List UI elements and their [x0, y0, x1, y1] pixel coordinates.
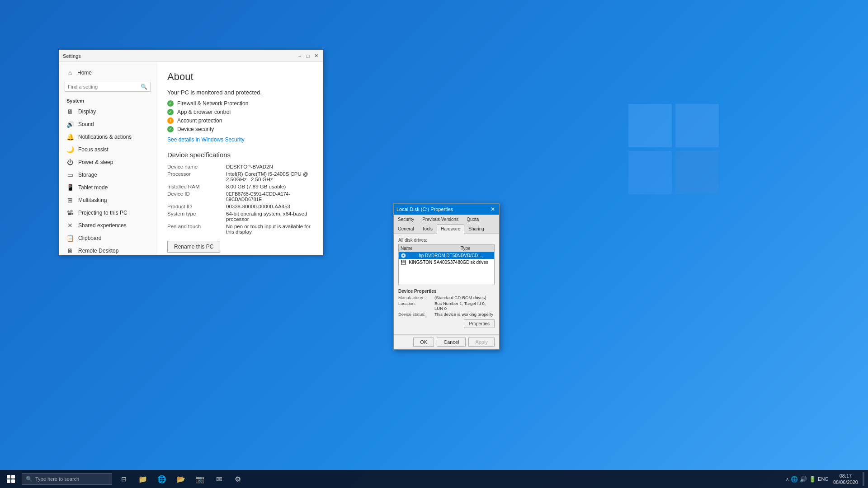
list-item[interactable]: 💿 hp DVDROM DT50N DVD/CD-...	[399, 252, 494, 259]
sidebar-tablet-label: Tablet mode	[78, 184, 108, 191]
spec-label: Device ID	[167, 190, 226, 203]
sidebar-display-label: Display	[78, 108, 96, 115]
sidebar-home-label: Home	[77, 70, 92, 76]
disk-type: DVD/CD-...	[461, 253, 492, 258]
protection-item-app-browser: App & browser control	[167, 109, 312, 115]
close-button[interactable]: ✕	[313, 53, 319, 59]
clock-date: 08/06/2020	[833, 479, 858, 485]
sidebar-item-multitasking[interactable]: ⊞ Multitasking	[59, 194, 156, 206]
tab-quota[interactable]: Quota	[462, 215, 483, 224]
tab-security[interactable]: Security	[394, 215, 418, 224]
sidebar-item-power-sleep[interactable]: ⏻ Power & sleep	[59, 156, 156, 169]
sound-icon: 🔊	[66, 121, 74, 128]
spec-label: Processor	[167, 170, 226, 183]
sidebar-item-sound[interactable]: 🔊 Sound	[59, 118, 156, 131]
minimize-button[interactable]: −	[297, 53, 303, 59]
ok-button[interactable]: OK	[413, 338, 434, 347]
cancel-button[interactable]: Cancel	[437, 338, 466, 347]
device-prop-manufacturer: Manufacturer: (Standard CD-ROM drives)	[398, 295, 495, 300]
taskbar-app-camera[interactable]: 📷	[191, 470, 209, 488]
prop-value: This device is working properly	[434, 312, 493, 317]
sidebar-item-tablet-mode[interactable]: 📱 Tablet mode	[59, 181, 156, 194]
sidebar-remote-label: Remote Desktop	[78, 248, 118, 254]
focus-assist-icon: 🌙	[66, 146, 74, 153]
taskbar-app-explorer2[interactable]: 📂	[172, 470, 190, 488]
maximize-button[interactable]: □	[305, 53, 311, 59]
sidebar-item-storage[interactable]: ▭ Storage	[59, 169, 156, 181]
firewall-label: Firewall & Network Protection	[177, 100, 248, 107]
taskbar-search-box[interactable]: 🔍 Type here to search	[22, 473, 112, 485]
account-label: Account protection	[177, 117, 222, 124]
app-browser-status-icon	[167, 109, 174, 115]
multitasking-icon: ⊞	[66, 197, 74, 204]
properties-button[interactable]: Properties	[464, 319, 495, 328]
tab-general[interactable]: General	[394, 224, 418, 234]
dialog-close-button[interactable]: ✕	[489, 206, 496, 213]
projecting-icon: 📽	[66, 209, 74, 216]
disk-list-container: Name Type 💿 hp DVDROM DT50N DVD/CD-... 💾…	[398, 244, 495, 285]
device-properties-label: Device Properties	[398, 289, 495, 294]
apply-button[interactable]: Apply	[468, 338, 495, 347]
protection-item-account: Account protection	[167, 117, 312, 124]
tablet-icon: 📱	[66, 184, 74, 191]
taskbar-app-edge[interactable]: 🌐	[153, 470, 171, 488]
protection-item-device-security: Device security	[167, 126, 312, 132]
tab-sharing[interactable]: Sharing	[464, 224, 488, 234]
settings-search-input[interactable]	[68, 84, 141, 89]
taskbar-app-mail[interactable]: ✉	[210, 470, 228, 488]
see-details-link[interactable]: See details in Windows Security	[167, 136, 245, 143]
taskbar-app-settings[interactable]: ⚙	[229, 470, 247, 488]
tab-tools[interactable]: Tools	[418, 224, 437, 234]
sidebar-item-focus-assist[interactable]: 🌙 Focus assist	[59, 143, 156, 156]
spec-value: 00338-80000-00000-AA453	[226, 203, 312, 210]
taskbar-right: ∧ 🌐 🔊 🔋 ENG 08:17 08/06/2020	[786, 472, 868, 486]
search-icon: 🔍	[141, 84, 147, 90]
taskbar-app-explorer[interactable]: 📁	[134, 470, 152, 488]
spec-label: Installed RAM	[167, 183, 226, 190]
spec-value: 0EFB8768-C591-4CDD-A174-89CDADD6781E	[226, 190, 312, 203]
sidebar-item-display[interactable]: 🖥 Display	[59, 105, 156, 118]
settings-search-box[interactable]: 🔍	[65, 82, 151, 92]
spec-label: Device name	[167, 163, 226, 170]
start-button[interactable]	[0, 470, 22, 488]
spec-value: 8.00 GB (7.89 GB usable)	[226, 183, 312, 190]
list-item[interactable]: 💾 KINGSTON SA400S37480G Disk drives	[399, 259, 494, 266]
windows-logo-decoration	[628, 104, 728, 203]
power-icon: ⏻	[66, 159, 74, 166]
sidebar-item-remote-desktop[interactable]: 🖥 Remote Desktop	[59, 244, 156, 255]
rename-pc-button[interactable]: Rename this PC	[167, 241, 220, 253]
sidebar-section-system: System	[59, 94, 156, 105]
notifications-icon: 🔔	[66, 133, 74, 141]
disk-list-header: Name Type	[399, 245, 494, 252]
taskbar-app-task-view[interactable]: ⊟	[115, 470, 133, 488]
settings-titlebar: Settings − □ ✕	[59, 50, 323, 62]
device-properties-section: Device Properties Manufacturer: (Standar…	[398, 289, 495, 317]
sidebar-item-shared-experiences[interactable]: ✕ Shared experiences	[59, 219, 156, 232]
sidebar-item-clipboard[interactable]: 📋 Clipboard	[59, 232, 156, 244]
storage-icon: ▭	[66, 171, 74, 178]
sidebar-item-notifications[interactable]: 🔔 Notifications & actions	[59, 131, 156, 143]
spec-label: System type	[167, 210, 226, 223]
dvd-icon: 💿	[401, 253, 417, 258]
spec-value: DESKTOP-BVAD2N	[226, 163, 312, 170]
settings-title: Settings	[63, 53, 81, 59]
home-icon: ⌂	[66, 69, 74, 76]
sidebar-item-home[interactable]: ⌂ Home	[59, 66, 156, 79]
device-security-label: Device security	[177, 126, 214, 132]
taskbar-up-arrow[interactable]: ∧	[786, 477, 789, 482]
taskbar-clock[interactable]: 08:17 08/06/2020	[830, 473, 861, 486]
table-row: Device name DESKTOP-BVAD2N	[167, 163, 312, 170]
account-status-icon	[167, 117, 174, 124]
show-desktop-button[interactable]	[863, 472, 864, 486]
prop-label: Location:	[398, 301, 434, 311]
network-icon[interactable]: 🌐	[791, 476, 798, 483]
table-row: Device ID 0EFB8768-C591-4CDD-A174-89CDAD…	[167, 190, 312, 203]
clock-time: 08:17	[833, 473, 858, 479]
sidebar-multitasking-label: Multitasking	[78, 197, 107, 203]
table-row: System type 64-bit operating system, x64…	[167, 210, 312, 223]
sidebar-item-projecting[interactable]: 📽 Projecting to this PC	[59, 206, 156, 219]
tab-hardware[interactable]: Hardware	[437, 224, 464, 234]
volume-icon[interactable]: 🔊	[800, 476, 807, 483]
tab-previous-versions[interactable]: Previous Versions	[418, 215, 462, 224]
sidebar-clipboard-label: Clipboard	[78, 235, 101, 241]
